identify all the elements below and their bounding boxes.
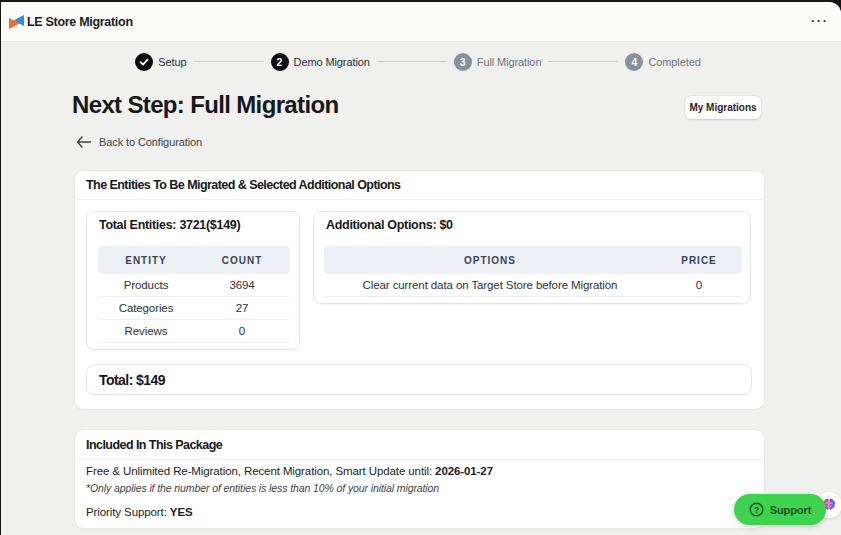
svg-text:?: ? xyxy=(754,505,759,515)
